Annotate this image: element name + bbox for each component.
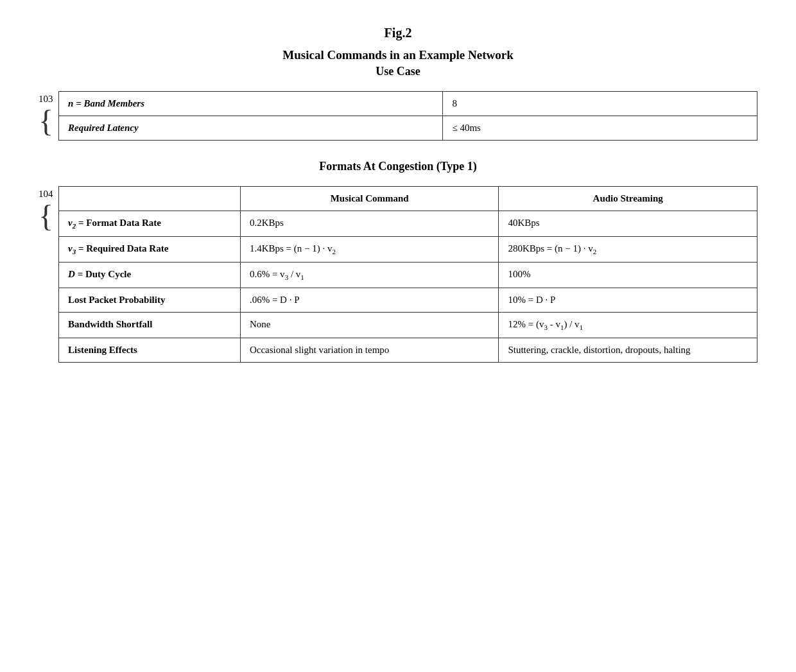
row-label: n = Band Members <box>59 92 443 116</box>
column-header <box>59 187 241 211</box>
column-header: Musical Command <box>240 187 499 211</box>
table-103: n = Band Members8Required Latency≤ 40ms <box>58 91 757 141</box>
brace-104: { <box>39 201 53 232</box>
table-row: Required Latency≤ 40ms <box>59 116 757 141</box>
fig-title: Fig.2 <box>39 26 757 40</box>
row-label: D = Duty Cycle <box>59 263 241 288</box>
ref-103-label: 103 <box>39 94 53 105</box>
section2-title: Formats At Congestion (Type 1) <box>39 160 757 173</box>
row-audio: 40KBps <box>499 211 757 237</box>
row-audio: 12% = (v3 - v1) / v1 <box>499 313 757 338</box>
row-audio: 10% = D · P <box>499 288 757 313</box>
row-musical: None <box>240 313 499 338</box>
section-103: 103 { n = Band Members8Required Latency≤… <box>39 91 757 141</box>
row-label: v2 = Format Data Rate <box>59 211 241 237</box>
row-musical: 0.2KBps <box>240 211 499 237</box>
subtitle-line1: Musical Commands in an Example Network <box>39 48 757 62</box>
row-musical: 1.4KBps = (n − 1) · v2 <box>240 237 499 263</box>
brace-103: { <box>39 106 53 137</box>
table-header-row: Musical CommandAudio Streaming <box>59 187 757 211</box>
row-audio: Stuttering, crackle, distortion, dropout… <box>499 338 757 363</box>
table-row: Lost Packet Probability.06% = D · P10% =… <box>59 288 757 313</box>
row-musical: Occasional slight variation in tempo <box>240 338 499 363</box>
table-row: n = Band Members8 <box>59 92 757 116</box>
row-musical: 0.6% = v3 / v1 <box>240 263 499 288</box>
row-label: Required Latency <box>59 116 443 141</box>
table-104: Musical CommandAudio Streaming v2 = Form… <box>58 186 757 363</box>
row-label: Lost Packet Probability <box>59 288 241 313</box>
table2-container: Musical CommandAudio Streaming v2 = Form… <box>58 186 757 363</box>
row-audio: 100% <box>499 263 757 288</box>
row-value: 8 <box>443 92 757 116</box>
column-header: Audio Streaming <box>499 187 757 211</box>
row-label: Bandwidth Shortfall <box>59 313 241 338</box>
row-value: ≤ 40ms <box>443 116 757 141</box>
section-104: 104 { Musical CommandAudio Streaming v2 … <box>39 186 757 363</box>
ref-104-label: 104 <box>39 189 53 200</box>
row-musical: .06% = D · P <box>240 288 499 313</box>
subtitle-line2: Use Case <box>39 65 757 78</box>
table-row: Listening EffectsOccasional slight varia… <box>59 338 757 363</box>
row-audio: 280KBps = (n − 1) · v2 <box>499 237 757 263</box>
row-label: v3 = Required Data Rate <box>59 237 241 263</box>
table1-container: n = Band Members8Required Latency≤ 40ms <box>58 91 757 141</box>
table-row: v3 = Required Data Rate1.4KBps = (n − 1)… <box>59 237 757 263</box>
table-row: v2 = Format Data Rate0.2KBps40KBps <box>59 211 757 237</box>
table-row: Bandwidth ShortfallNone12% = (v3 - v1) /… <box>59 313 757 338</box>
table-row: D = Duty Cycle0.6% = v3 / v1100% <box>59 263 757 288</box>
row-label: Listening Effects <box>59 338 241 363</box>
